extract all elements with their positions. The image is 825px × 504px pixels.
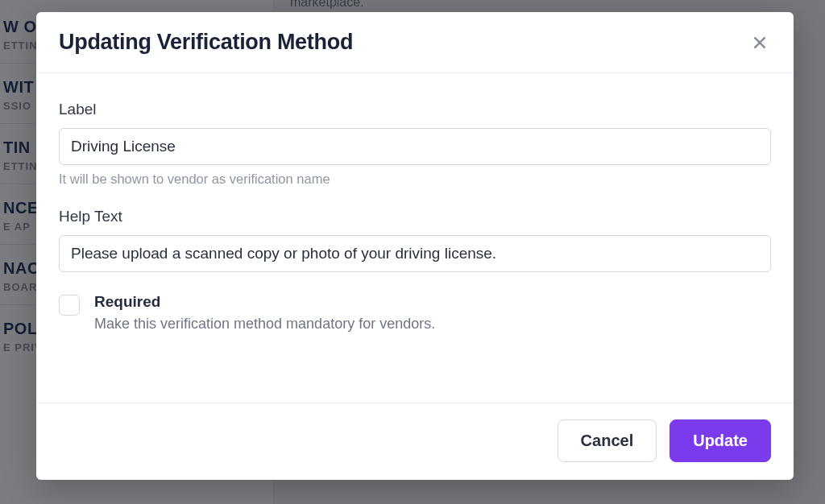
modal-footer: Cancel Update — [36, 403, 794, 480]
label-field-label: Label — [59, 101, 771, 118]
cancel-button[interactable]: Cancel — [558, 419, 657, 462]
modal-title: Updating Verification Method — [59, 30, 353, 55]
help-text-field: Help Text — [59, 208, 771, 272]
verification-method-modal: Updating Verification Method Label It wi… — [36, 12, 794, 480]
required-checkbox[interactable] — [59, 295, 80, 316]
label-hint: It will be shown to vendor as verificati… — [59, 171, 771, 187]
required-description: Make this verification method mandatory … — [94, 316, 435, 333]
label-field: Label It will be shown to vendor as veri… — [59, 101, 771, 187]
required-title: Required — [94, 293, 435, 311]
help-text-field-label: Help Text — [59, 208, 771, 225]
update-button[interactable]: Update — [670, 419, 771, 462]
modal-header: Updating Verification Method — [36, 12, 794, 73]
label-input[interactable] — [59, 128, 771, 165]
help-text-input[interactable] — [59, 235, 771, 272]
required-field: Required Make this verification method m… — [59, 293, 771, 333]
required-texts: Required Make this verification method m… — [94, 293, 435, 333]
modal-body: Label It will be shown to vendor as veri… — [36, 73, 794, 403]
close-button[interactable] — [748, 31, 771, 54]
close-icon — [752, 41, 768, 53]
